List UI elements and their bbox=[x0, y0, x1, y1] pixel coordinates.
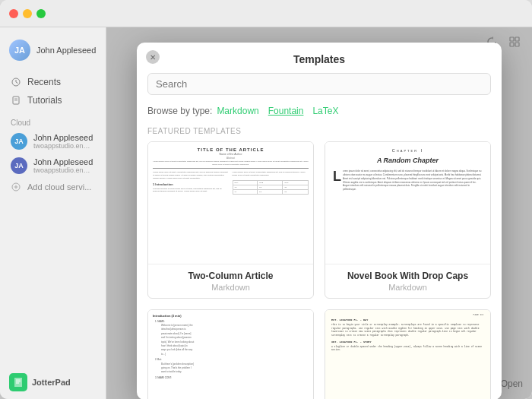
template-info-novel: Novel Book With Drop Caps Markdown bbox=[325, 264, 490, 298]
browse-type-latex[interactable]: LaTeX bbox=[312, 106, 338, 116]
maximize-button[interactable] bbox=[36, 9, 46, 18]
modal-search-area bbox=[137, 73, 502, 103]
add-cloud-button[interactable]: Add cloud servi... bbox=[0, 178, 106, 196]
cloud-info-1: John Appleseed twoappstudio.en@g... bbox=[33, 133, 95, 150]
cloud-section-label: Cloud bbox=[0, 112, 106, 129]
title-bar bbox=[0, 0, 532, 27]
browse-label: Browse by type: bbox=[147, 106, 212, 116]
template-type-novel: Markdown bbox=[333, 283, 483, 292]
cloud-account-2[interactable]: JA John Appleseed twoappstudio.en@g... bbox=[0, 154, 106, 178]
template-info-two-col: Two-Column Article Markdown bbox=[148, 264, 313, 298]
sidebar: JA John Appleseed Recents bbox=[0, 27, 106, 399]
templates-grid: TITLE OF THE ARTICLE Name of the Author … bbox=[137, 141, 502, 399]
jotterpad-name-label: JotterPad bbox=[32, 378, 71, 387]
svg-line-2 bbox=[16, 82, 18, 84]
sidebar-item-tutorials[interactable]: Tutorials bbox=[0, 91, 106, 109]
template-card-two-col-article[interactable]: TITLE OF THE ARTICLE Name of the Author … bbox=[147, 141, 314, 299]
template-preview-two-col: TITLE OF THE ARTICLE Name of the Author … bbox=[148, 142, 313, 264]
book-icon bbox=[11, 95, 21, 106]
template-card-novel[interactable]: Chapter I A Random Chapter L orem ipsum … bbox=[325, 141, 491, 299]
minimize-button[interactable] bbox=[23, 9, 32, 18]
templates-modal: ✕ Templates Browse by type: Markdown Fou… bbox=[137, 43, 502, 399]
modal-header: ✕ Templates bbox=[137, 43, 502, 73]
cloud-avatar-1: JA bbox=[11, 133, 27, 150]
browse-type-markdown[interactable]: Markdown bbox=[217, 106, 258, 116]
sidebar-nav: Recents Tutorials bbox=[0, 70, 106, 112]
traffic-lights bbox=[9, 9, 46, 18]
avatar: JA bbox=[9, 40, 30, 61]
browse-bar: Browse by type: Markdown Fountain LaTeX bbox=[137, 103, 502, 124]
sidebar-username: John Appleseed bbox=[36, 46, 96, 55]
template-preview-intro: Introduction (3 min) 1. NAME: Welcome to… bbox=[148, 310, 313, 399]
jotterpad-logo-icon bbox=[9, 373, 27, 391]
cloud-account-1[interactable]: JA John Appleseed twoappstudio.en@g... bbox=[0, 129, 106, 154]
template-preview-screenplay: FADE IN: EXT. LOCATION PL. - DAY This is… bbox=[325, 310, 490, 399]
sidebar-user: JA John Appleseed bbox=[0, 33, 106, 70]
cloud-avatar-2: JA bbox=[11, 157, 27, 174]
clock-icon bbox=[11, 77, 21, 87]
template-card-screenplay[interactable]: FADE IN: EXT. LOCATION PL. - DAY This is… bbox=[325, 309, 491, 399]
sidebar-bottom: JotterPad bbox=[0, 366, 106, 399]
close-button[interactable] bbox=[9, 9, 18, 18]
main-content: Open ✕ Templates Browse by type: Markdow… bbox=[106, 27, 532, 399]
plus-circle-icon bbox=[11, 182, 21, 192]
modal-title: Templates bbox=[152, 53, 486, 73]
template-type-two-col: Markdown bbox=[156, 283, 306, 292]
template-card-intro-outline[interactable]: Introduction (3 min) 1. NAME: Welcome to… bbox=[147, 309, 314, 399]
modal-close-button[interactable]: ✕ bbox=[146, 50, 160, 64]
app-window: JA John Appleseed Recents bbox=[0, 0, 532, 399]
template-preview-novel: Chapter I A Random Chapter L orem ipsum … bbox=[325, 142, 490, 264]
cloud-info-2: John Appleseed twoappstudio.en@g... bbox=[33, 157, 95, 174]
browse-type-fountain[interactable]: Fountain bbox=[268, 106, 304, 116]
featured-label: FEATURED TEMPLATES bbox=[137, 124, 502, 141]
app-body: JA John Appleseed Recents bbox=[0, 27, 532, 399]
template-name-two-col: Two-Column Article bbox=[156, 271, 306, 281]
template-name-novel: Novel Book With Drop Caps bbox=[333, 271, 483, 281]
search-input[interactable] bbox=[147, 73, 491, 95]
sidebar-item-recents[interactable]: Recents bbox=[0, 73, 106, 91]
